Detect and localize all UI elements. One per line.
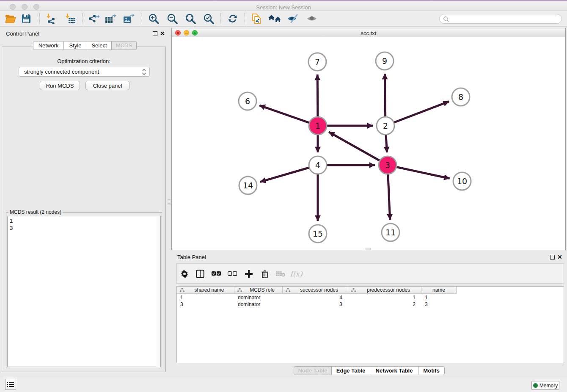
select-all-icon[interactable] <box>210 268 223 279</box>
network-graph[interactable]: 7968124314101511 <box>172 37 565 250</box>
graph-node-label: 9 <box>382 56 387 66</box>
deselect-all-icon[interactable] <box>226 268 239 279</box>
home-networks-icon[interactable] <box>268 13 281 25</box>
table-row[interactable]: 3dominator323 <box>177 301 564 307</box>
toolbar-divider <box>82 13 83 24</box>
run-mcds-button[interactable]: Run MCDS <box>40 81 80 90</box>
graph-node-label: 15 <box>313 229 323 238</box>
mcds-result-item[interactable]: 3 <box>10 224 160 232</box>
tab-select[interactable]: Select <box>87 41 112 50</box>
zoom-in-icon[interactable] <box>147 13 160 25</box>
column-header-shared-name[interactable]: shared name <box>177 287 234 294</box>
add-column-icon[interactable] <box>242 268 255 279</box>
search-input[interactable] <box>439 14 562 24</box>
column-header-name[interactable]: name <box>421 287 457 294</box>
clone-network-icon[interactable] <box>250 13 263 25</box>
table-cell[interactable]: 3 <box>283 301 348 307</box>
function-builder-icon: f(x) <box>290 268 303 279</box>
table-tab-edge-table[interactable]: Edge Table <box>332 366 370 375</box>
memory-status-icon <box>533 383 538 388</box>
vertical-splitter[interactable] <box>168 199 171 205</box>
table-cell[interactable]: 1 <box>421 294 457 301</box>
toolbar-divider <box>220 13 221 24</box>
table-cell[interactable]: 2 <box>348 301 421 307</box>
network-window-titlebar: × − + scc.txt <box>172 28 565 37</box>
table-cell[interactable]: dominator <box>234 294 283 301</box>
table-cell[interactable]: 3 <box>421 301 457 307</box>
export-network-icon[interactable] <box>87 13 100 25</box>
save-icon[interactable] <box>20 13 33 25</box>
graph-node-label: 14 <box>243 181 253 190</box>
network-window: × − + scc.txt 7968124314101511 <box>171 28 566 250</box>
toolbar-divider <box>142 13 142 24</box>
graph-edge-3-1[interactable] <box>329 132 388 165</box>
table-tab-motifs[interactable]: Motifs <box>418 366 445 375</box>
export-image-icon[interactable] <box>123 13 135 25</box>
table-cell[interactable]: 1 <box>177 294 234 301</box>
column-header-predecessor-nodes[interactable]: predecessor nodes <box>348 287 421 294</box>
zoom-fit-icon[interactable] <box>184 13 197 25</box>
graph-node-label: 11 <box>385 228 396 237</box>
column-header-MCDS-role[interactable]: MCDS role <box>234 287 283 294</box>
memory-button[interactable]: Memory <box>531 381 559 390</box>
mcds-result-item[interactable]: 1 <box>10 217 160 224</box>
graph-node-label: 2 <box>383 121 388 130</box>
graph-edge-2-8[interactable] <box>385 102 449 126</box>
graph-node-label: 8 <box>458 92 463 102</box>
zoom-out-icon[interactable] <box>166 13 179 25</box>
delete-table-icon[interactable] <box>274 268 287 279</box>
horizontal-splitter[interactable] <box>365 248 371 250</box>
graph-node-label: 3 <box>385 160 390 170</box>
table-close-icon[interactable]: ✕ <box>557 254 562 260</box>
table-cell[interactable]: 3 <box>177 301 234 307</box>
table-row[interactable]: 1dominator411 <box>177 294 564 301</box>
table-tab-network-table[interactable]: Network Table <box>370 366 418 375</box>
hide-selected-icon[interactable] <box>286 13 299 25</box>
tab-mcds[interactable]: MCDS <box>112 41 137 50</box>
toolbar-divider <box>245 13 245 24</box>
result-scrollbar[interactable] <box>156 217 160 367</box>
delete-column-icon[interactable] <box>259 268 271 279</box>
toolbar-divider <box>39 13 40 24</box>
task-list-button[interactable] <box>5 379 16 390</box>
table-columns-icon[interactable] <box>194 268 206 279</box>
open-file-icon[interactable] <box>4 13 17 25</box>
graph-edge-3-10[interactable] <box>388 165 450 179</box>
table-cell[interactable]: dominator <box>234 301 283 307</box>
window-title: Session: New Session <box>0 4 567 11</box>
refresh-icon[interactable] <box>226 13 239 25</box>
tab-style[interactable]: Style <box>64 41 87 50</box>
close-panel-icon[interactable]: ✕ <box>160 30 165 37</box>
table-cell[interactable]: 1 <box>348 294 421 301</box>
graph-node-label: 4 <box>315 160 320 170</box>
control-panel-tabs: NetworkStyleSelectMCDS <box>33 41 137 50</box>
select-stepper-icon <box>141 68 147 76</box>
graph-node-label: 1 <box>315 121 320 130</box>
table-tab-node-table[interactable]: Node Table <box>294 366 332 375</box>
table-settings-icon[interactable] <box>178 268 191 279</box>
close-panel-button[interactable]: Close panel <box>85 81 129 90</box>
table-panel-title: Table Panel <box>177 254 206 260</box>
mcds-result-title: MCDS result (2 nodes) <box>8 209 63 215</box>
graph-node-label: 6 <box>245 97 250 106</box>
table-cell[interactable]: 4 <box>283 294 348 301</box>
tab-network[interactable]: Network <box>33 41 64 50</box>
criterion-select[interactable]: strongly connected component <box>19 67 150 77</box>
float-panel-icon[interactable] <box>153 31 157 36</box>
zoom-selected-icon[interactable] <box>202 13 215 25</box>
table-float-icon[interactable] <box>550 255 555 259</box>
optimization-label: Optimization criterion: <box>2 58 166 64</box>
show-eye-icon[interactable] <box>306 13 318 25</box>
export-table-icon[interactable] <box>105 13 117 25</box>
search-icon <box>443 16 449 22</box>
import-network-icon[interactable] <box>45 13 58 25</box>
mcds-result-list[interactable]: 13 <box>7 216 161 367</box>
column-header-successor-nodes[interactable]: successor nodes <box>283 287 348 294</box>
titlebar: Session: New Session <box>0 1 567 11</box>
status-bar <box>0 377 567 392</box>
table-tabs: Node TableEdge TableNetwork TableMotifs <box>294 366 445 375</box>
criterion-value: strongly connected component <box>24 69 99 75</box>
memory-label: Memory <box>539 383 558 389</box>
graph-node-label: 7 <box>315 57 320 66</box>
import-table-icon[interactable] <box>64 13 77 25</box>
